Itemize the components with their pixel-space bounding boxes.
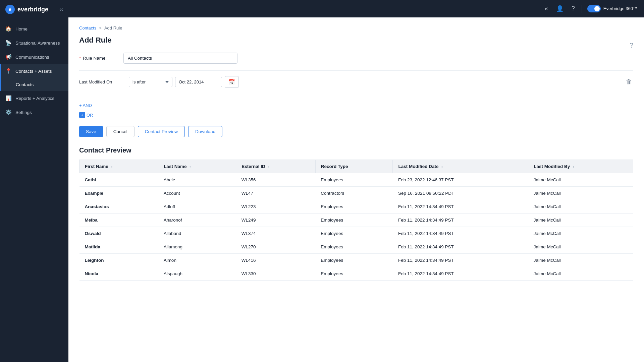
table-cell-first_name: Nicola bbox=[79, 267, 158, 281]
sidebar-header: e everbridge ‹‹ bbox=[0, 0, 68, 19]
table-cell-last_modified_date: Feb 11, 2022 14:34:49 PST bbox=[393, 240, 528, 254]
table-cell-external_id: WL356 bbox=[236, 173, 316, 187]
reports-analytics-icon: 📊 bbox=[5, 95, 11, 101]
sidebar-item-label: Reports + Analytics bbox=[15, 96, 54, 101]
filter-operator-select[interactable]: is after is before is on is between bbox=[129, 77, 172, 87]
sort-icon-first-name: ↕ bbox=[111, 165, 113, 169]
table-row: CathiAbeleWL356EmployeesFeb 23, 2022 12:… bbox=[79, 173, 633, 187]
table-cell-last_modified_by: Jaime McCall bbox=[528, 240, 633, 254]
breadcrumb: Contacts > Add Rule bbox=[79, 25, 633, 31]
table-cell-external_id: WL270 bbox=[236, 240, 316, 254]
table-cell-external_id: WL416 bbox=[236, 254, 316, 267]
sidebar-item-contacts[interactable]: Contacts bbox=[0, 78, 68, 91]
table-cell-record_type: Employees bbox=[315, 227, 393, 240]
sidebar-item-label: Situational Awareness bbox=[15, 41, 60, 46]
communications-icon: 📢 bbox=[5, 54, 11, 60]
rule-name-section: * Rule Name: bbox=[79, 53, 633, 64]
sidebar-nav: 🏠 Home 📡 Situational Awareness 📢 Communi… bbox=[0, 19, 68, 362]
table-cell-last_name: Allaband bbox=[158, 227, 236, 240]
page-help-icon[interactable]: ? bbox=[630, 42, 633, 49]
everbridge360-toggle[interactable] bbox=[587, 5, 601, 12]
table-row: MatildaAllamongWL270EmployeesFeb 11, 202… bbox=[79, 240, 633, 254]
table-header-row: First Name ↕ Last Name ↑ External ID ↕ bbox=[79, 160, 633, 173]
table-cell-first_name: Anastasios bbox=[79, 200, 158, 214]
table-row: NicolaAlspaughWL330EmployeesFeb 11, 2022… bbox=[79, 267, 633, 281]
add-or-row: + OR bbox=[79, 109, 633, 119]
table-cell-last_name: Abele bbox=[158, 173, 236, 187]
table-cell-last_name: Almon bbox=[158, 254, 236, 267]
table-cell-external_id: WL249 bbox=[236, 214, 316, 227]
download-button[interactable]: Download bbox=[188, 126, 222, 137]
contacts-assets-icon: 📍 bbox=[5, 68, 11, 74]
sidebar-item-settings[interactable]: ⚙️ Settings bbox=[0, 105, 68, 119]
contact-preview-table: First Name ↕ Last Name ↑ External ID ↕ bbox=[79, 160, 633, 281]
col-header-last-name[interactable]: Last Name ↑ bbox=[158, 160, 236, 173]
topbar-divider bbox=[582, 5, 582, 13]
table-cell-last_modified_date: Sep 16, 2021 09:50:22 PDT bbox=[393, 187, 528, 200]
logo-text: everbridge bbox=[17, 6, 48, 13]
sidebar-item-communications[interactable]: 📢 Communications bbox=[0, 50, 68, 64]
page-title: Add Rule bbox=[79, 36, 633, 45]
contact-preview-button[interactable]: Contact Preview bbox=[138, 126, 185, 137]
table-cell-external_id: WL47 bbox=[236, 187, 316, 200]
sidebar-item-home[interactable]: 🏠 Home bbox=[0, 22, 68, 36]
table-cell-last_modified_date: Feb 11, 2022 14:34:49 PST bbox=[393, 254, 528, 267]
table-cell-last_name: Allamong bbox=[158, 240, 236, 254]
situational-awareness-icon: 📡 bbox=[5, 40, 11, 46]
save-button[interactable]: Save bbox=[79, 126, 103, 137]
action-buttons: Save Cancel Contact Preview Download bbox=[79, 126, 633, 137]
table-cell-last_modified_by: Jaime McCall bbox=[528, 227, 633, 240]
table-cell-external_id: WL223 bbox=[236, 200, 316, 214]
cancel-button[interactable]: Cancel bbox=[106, 126, 135, 137]
collapse-icon[interactable]: « bbox=[543, 4, 549, 13]
table-cell-last_modified_date: Feb 11, 2022 14:34:49 PST bbox=[393, 214, 528, 227]
table-body: CathiAbeleWL356EmployeesFeb 23, 2022 12:… bbox=[79, 173, 633, 281]
toggle-label: Everbridge 360™ bbox=[603, 6, 637, 11]
table-cell-last_modified_by: Jaime McCall bbox=[528, 173, 633, 187]
table-cell-record_type: Contractors bbox=[315, 187, 393, 200]
sort-icon-last-modified-by: ↕ bbox=[573, 165, 575, 169]
table-cell-first_name: Cathi bbox=[79, 173, 158, 187]
table-cell-record_type: Employees bbox=[315, 214, 393, 227]
add-or-button[interactable]: + OR bbox=[79, 112, 93, 118]
sidebar-item-label: Contacts bbox=[16, 82, 34, 87]
or-icon: + bbox=[79, 112, 85, 118]
delete-filter-button[interactable]: 🗑 bbox=[625, 77, 633, 87]
sidebar-collapse-button[interactable]: ‹‹ bbox=[59, 6, 63, 12]
contact-preview-section: Contact Preview First Name ↕ Last Name ↑ bbox=[79, 146, 633, 281]
table-cell-record_type: Employees bbox=[315, 254, 393, 267]
user-icon[interactable]: 👤 bbox=[555, 4, 565, 14]
or-label: OR bbox=[87, 113, 93, 118]
topbar: « 👤 ? Everbridge 360™ bbox=[68, 0, 644, 17]
breadcrumb-separator: > bbox=[99, 25, 102, 31]
table-cell-external_id: WL374 bbox=[236, 227, 316, 240]
table-row: LeightonAlmonWL416EmployeesFeb 11, 2022 … bbox=[79, 254, 633, 267]
table-cell-last_modified_by: Jaime McCall bbox=[528, 200, 633, 214]
table-row: MelbaAharonofWL249EmployeesFeb 11, 2022 … bbox=[79, 214, 633, 227]
col-header-first-name[interactable]: First Name ↕ bbox=[79, 160, 158, 173]
table-cell-external_id: WL330 bbox=[236, 267, 316, 281]
add-and-button[interactable]: + AND bbox=[79, 103, 92, 108]
col-header-external-id[interactable]: External ID ↕ bbox=[236, 160, 316, 173]
col-header-last-modified-date[interactable]: Last Modified Date ↕ bbox=[393, 160, 528, 173]
table-row: AnastasiosAdloffWL223EmployeesFeb 11, 20… bbox=[79, 200, 633, 214]
home-icon: 🏠 bbox=[5, 26, 11, 32]
sort-icon-last-modified-date: ↕ bbox=[441, 165, 443, 169]
filter-date-input[interactable] bbox=[175, 77, 222, 87]
help-icon[interactable]: ? bbox=[570, 4, 576, 13]
sidebar-item-situational-awareness[interactable]: 📡 Situational Awareness bbox=[0, 36, 68, 50]
calendar-button[interactable]: 📅 bbox=[225, 76, 239, 88]
breadcrumb-current: Add Rule bbox=[104, 25, 122, 31]
col-header-record-type[interactable]: Record Type bbox=[315, 160, 393, 173]
logo: e everbridge bbox=[5, 5, 48, 14]
breadcrumb-parent[interactable]: Contacts bbox=[79, 25, 96, 31]
table-cell-last_modified_date: Feb 11, 2022 14:34:49 PST bbox=[393, 200, 528, 214]
col-header-last-modified-by[interactable]: Last Modified By ↕ bbox=[528, 160, 633, 173]
sidebar-item-contacts-assets[interactable]: 📍 Contacts + Assets bbox=[0, 64, 68, 78]
sidebar-item-reports-analytics[interactable]: 📊 Reports + Analytics bbox=[0, 91, 68, 105]
required-indicator: * bbox=[79, 56, 81, 61]
table-cell-record_type: Employees bbox=[315, 173, 393, 187]
sort-icon-external-id: ↕ bbox=[268, 165, 270, 169]
filter-section: Last Modified On is after is before is o… bbox=[79, 70, 633, 96]
rule-name-input[interactable] bbox=[123, 53, 237, 64]
